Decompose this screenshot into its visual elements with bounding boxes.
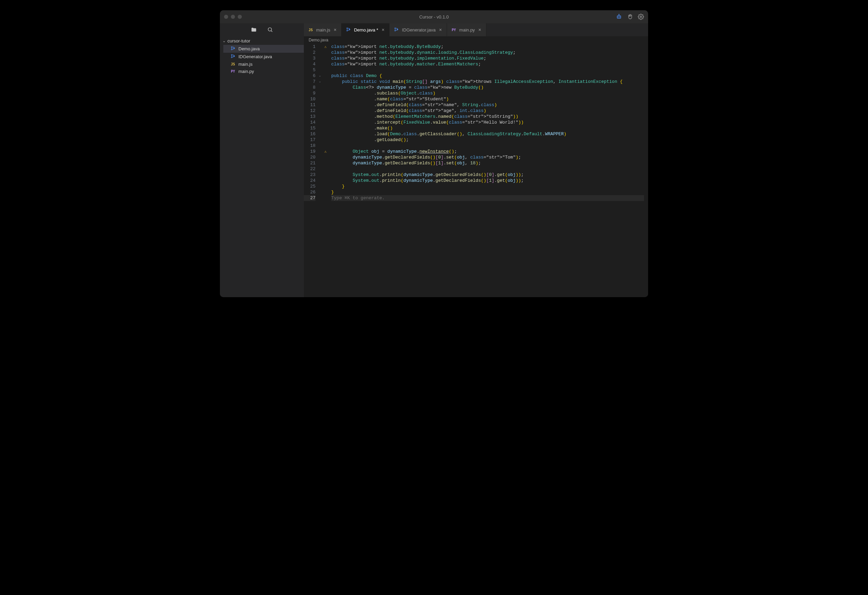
file-label: Demo.java <box>238 46 260 52</box>
code-area[interactable]: 1234567891011121314151617181920212223242… <box>304 44 648 297</box>
editor-tabs: JSmain.js×Demo.java *×IDGenerator.java×P… <box>304 23 648 36</box>
tab-main-js[interactable]: JSmain.js× <box>304 23 341 36</box>
js-icon: JS <box>230 62 236 66</box>
java-icon <box>345 27 351 33</box>
warning-icon[interactable]: ⚠ <box>325 150 327 154</box>
svg-point-8 <box>231 47 232 47</box>
search-icon[interactable] <box>267 27 273 34</box>
file-label: main.py <box>238 69 254 74</box>
sidebar: ⌄ cursor-tutor Demo.javaIDGenerator.java… <box>220 23 304 297</box>
tab-demo-java-[interactable]: Demo.java *× <box>341 23 390 36</box>
folder-root[interactable]: ⌄ cursor-tutor <box>220 37 304 45</box>
titlebar: Cursor - v0.1.0 <box>220 10 648 23</box>
svg-point-9 <box>231 49 232 50</box>
editor-area: JSmain.js×Demo.java *×IDGenerator.java×P… <box>304 23 648 297</box>
java-icon <box>230 46 236 52</box>
py-icon: PY <box>451 28 457 32</box>
file-label: main.js <box>238 62 252 67</box>
java-icon <box>230 54 236 60</box>
svg-point-1 <box>618 17 619 18</box>
svg-point-2 <box>620 17 620 18</box>
code-content[interactable]: class="kw">import net.bytebuddy.ByteBudd… <box>329 44 644 297</box>
window-title: Cursor - v0.1.0 <box>220 15 648 19</box>
file-row-main-py[interactable]: PYmain.py <box>223 68 304 75</box>
svg-point-17 <box>347 30 348 31</box>
warning-icon[interactable]: ⚠ <box>325 45 327 49</box>
app-window: Cursor - v0.1.0 ⌄ <box>220 10 648 297</box>
svg-point-20 <box>395 28 396 29</box>
close-icon[interactable]: × <box>381 27 385 32</box>
tab-label: main.py <box>459 27 475 32</box>
minimap[interactable] <box>644 44 648 297</box>
titlebar-actions <box>616 14 644 20</box>
tab-main-py[interactable]: PYmain.py× <box>447 23 486 36</box>
folder-name: cursor-tutor <box>227 38 250 43</box>
gutter: 1234567891011121314151617181920212223242… <box>304 44 329 297</box>
folder-icon[interactable] <box>251 27 257 34</box>
close-icon[interactable]: × <box>438 27 443 32</box>
tab-idgenerator-java[interactable]: IDGenerator.java× <box>390 23 447 36</box>
svg-line-7 <box>271 31 272 32</box>
js-icon: JS <box>308 28 313 32</box>
py-icon: PY <box>230 69 236 73</box>
breadcrumb[interactable]: Demo.java <box>304 36 648 44</box>
svg-point-21 <box>395 30 396 31</box>
file-row-demo-java[interactable]: Demo.java <box>223 45 304 53</box>
robot-icon[interactable] <box>616 14 622 20</box>
svg-point-12 <box>231 54 232 56</box>
sidebar-top-icons <box>220 23 304 37</box>
chevron-down-icon: ⌄ <box>223 39 225 43</box>
fold-icon[interactable]: ⌄ <box>319 74 320 77</box>
svg-point-13 <box>231 57 232 58</box>
gear-icon[interactable] <box>638 14 644 20</box>
tab-label: Demo.java * <box>354 27 378 32</box>
close-icon[interactable]: × <box>333 27 337 32</box>
tab-label: main.js <box>316 27 330 32</box>
svg-rect-0 <box>617 16 621 19</box>
svg-point-4 <box>619 15 619 15</box>
svg-point-5 <box>640 16 642 18</box>
file-row-main-js[interactable]: JSmain.js <box>223 60 304 68</box>
java-icon <box>394 27 399 33</box>
file-row-idgenerator-java[interactable]: IDGenerator.java <box>223 53 304 60</box>
svg-point-6 <box>268 28 272 31</box>
wave-icon[interactable] <box>627 14 633 20</box>
svg-point-16 <box>347 28 348 29</box>
tab-label: IDGenerator.java <box>402 27 435 32</box>
file-tree: Demo.javaIDGenerator.javaJSmain.jsPYmain… <box>220 45 304 75</box>
file-label: IDGenerator.java <box>238 54 272 59</box>
close-icon[interactable]: × <box>477 27 481 32</box>
fold-icon[interactable]: ⌄ <box>319 80 320 83</box>
